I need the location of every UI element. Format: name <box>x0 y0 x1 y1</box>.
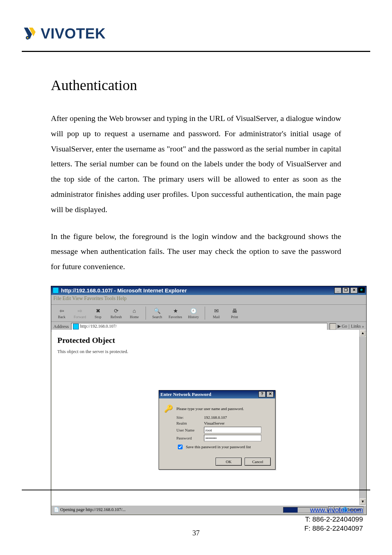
toolbar-stop[interactable]: ✖Stop <box>90 307 106 319</box>
ie-toolbar: ⇦Back ⇨Forward ✖Stop ⟳Refresh ⌂Home 🔍Sea… <box>51 305 366 322</box>
realm-value: VisualServer <box>204 421 271 425</box>
ok-button[interactable]: OK <box>216 458 242 466</box>
close-button[interactable]: ✕ <box>350 287 358 293</box>
toolbar-separator-2 <box>205 307 205 320</box>
footer-url[interactable]: www.vivotek.com <box>310 506 363 514</box>
maximize-button[interactable]: ❐ <box>342 287 350 293</box>
footer-fax: F: 886-2-22404097 <box>304 524 363 532</box>
ie-logo-icon <box>53 287 59 293</box>
password-input[interactable] <box>204 435 261 441</box>
address-label: Address <box>53 324 69 329</box>
status-text: 📄 Opening page http://192.168.0.107/... <box>54 507 126 513</box>
username-input[interactable] <box>204 427 261 433</box>
screenshot-browser-window: http://192.168.0.107/ - Microsoft Intern… <box>51 286 367 515</box>
page-title: Authentication <box>51 77 341 93</box>
protected-object-text: This object on the server is protected. <box>57 349 354 355</box>
toolbar-home[interactable]: ⌂Home <box>126 307 143 319</box>
dialog-close-button[interactable]: ✕ <box>266 391 274 397</box>
ie-titlebar: http://192.168.0.107/ - Microsoft Intern… <box>51 286 366 295</box>
svg-point-1 <box>27 37 28 39</box>
auth-dialog: Enter Network Password ?✕ 🔑 Please type … <box>159 390 275 470</box>
toolbar-refresh[interactable]: ⟳Refresh <box>108 307 124 319</box>
ie-window-title: http://192.168.0.107/ - Microsoft Intern… <box>61 287 187 293</box>
address-dropdown-button[interactable] <box>330 323 336 330</box>
logo-mark-icon <box>22 25 38 41</box>
cancel-button[interactable]: Cancel <box>245 458 271 466</box>
intro-paragraph-2: In the figure below, the foreground is t… <box>51 229 341 274</box>
toolbar-history[interactable]: 🕘History <box>185 307 202 319</box>
brand-logo: VIVOTEK <box>22 25 370 41</box>
realm-label: Realm <box>176 421 201 425</box>
scroll-up-button[interactable]: ▲ <box>360 330 366 337</box>
dialog-prompt: Please type your user name and password. <box>176 406 244 411</box>
footer-block: www.vivotek.com T: 886-2-22404099 F: 886… <box>304 505 363 533</box>
dialog-help-button[interactable]: ? <box>258 391 266 397</box>
page-number: 37 <box>51 529 341 537</box>
ie-throbber-icon: e <box>358 287 365 293</box>
toolbar-back[interactable]: ⇦Back <box>53 307 70 319</box>
address-input[interactable]: http://192.168.0.107/ <box>71 323 327 330</box>
password-label: Password <box>176 436 201 440</box>
footer-rule <box>22 490 370 490</box>
toolbar-forward[interactable]: ⇨Forward <box>72 307 88 319</box>
go-button[interactable]: ▶ Go <box>338 324 347 329</box>
page-icon <box>73 324 79 329</box>
ie-menubar[interactable]: File Edit View Favorites Tools Help <box>51 295 366 305</box>
save-password-checkbox[interactable]: Save this password in your password list <box>176 443 271 450</box>
minimize-button[interactable]: _ <box>334 287 342 293</box>
toolbar-separator <box>146 307 146 320</box>
vertical-scrollbar[interactable]: ▲ ▼ <box>359 330 366 505</box>
dialog-title-text: Enter Network Password <box>160 392 211 397</box>
site-value: 192.168.0.107 <box>204 415 271 420</box>
save-password-box[interactable] <box>178 445 183 449</box>
toolbar-search[interactable]: 🔍Search <box>149 307 166 319</box>
footer-tel: T: 886-2-22404099 <box>305 515 363 523</box>
toolbar-print[interactable]: 🖶Print <box>226 307 243 319</box>
scroll-down-button[interactable]: ▼ <box>360 498 366 505</box>
key-icon: 🔑 <box>163 404 173 414</box>
protected-object-heading: Protected Object <box>57 336 354 345</box>
dialog-titlebar: Enter Network Password ?✕ <box>159 390 275 398</box>
intro-paragraph-1: After opening the Web browser and typing… <box>51 111 341 217</box>
links-button[interactable]: Links » <box>351 324 364 329</box>
site-label: Site: <box>176 415 201 420</box>
username-label: User Name <box>176 428 201 432</box>
toolbar-mail[interactable]: ✉Mail <box>208 307 225 319</box>
logo-text: VIVOTEK <box>41 26 106 41</box>
toolbar-favorites[interactable]: ★Favorites <box>167 307 184 319</box>
